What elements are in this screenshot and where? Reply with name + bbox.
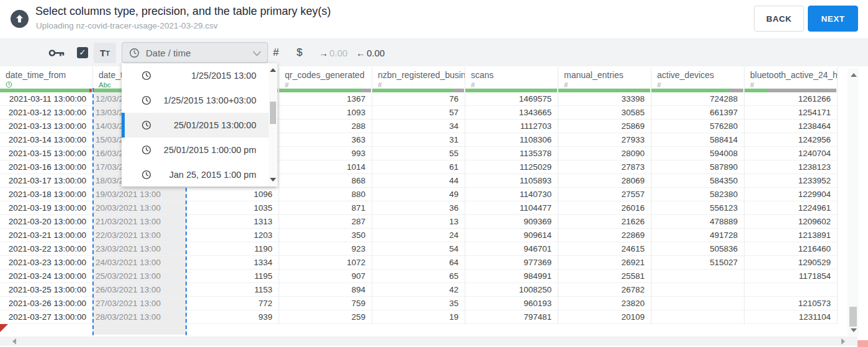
dropdown-scroll-up-icon[interactable] xyxy=(270,68,276,72)
table-cell[interactable]: 28069 xyxy=(558,174,651,188)
table-cell[interactable]: 661397 xyxy=(651,106,744,120)
table-cell[interactable]: 984991 xyxy=(465,270,558,283)
table-cell[interactable]: 22869 xyxy=(558,229,651,242)
table-cell[interactable]: 21/03/2021 13:00 xyxy=(93,215,186,229)
column-header[interactable]: nzbn_registered_busine xyxy=(378,70,465,80)
table-cell[interactable]: 42 xyxy=(372,283,465,297)
table-cell[interactable]: 1313 xyxy=(186,215,279,229)
table-cell[interactable]: 759 xyxy=(279,297,372,310)
table-cell[interactable]: 35 xyxy=(372,297,465,310)
table-cell[interactable]: 26016 xyxy=(558,201,651,215)
table-cell[interactable]: 23/03/2021 13:00 xyxy=(93,242,186,256)
table-cell[interactable]: 2021-03-12 13:00:00 xyxy=(0,106,92,120)
scroll-left-icon[interactable] xyxy=(12,338,16,345)
next-button[interactable]: NEXT xyxy=(808,6,858,32)
table-cell[interactable]: 30585 xyxy=(558,106,651,120)
table-cell[interactable]: 28090 xyxy=(558,147,651,160)
table-cell[interactable] xyxy=(651,270,744,283)
table-cell[interactable]: 34 xyxy=(372,120,465,133)
column-header[interactable]: qr_codes_generated xyxy=(285,70,364,80)
table-cell[interactable]: 588414 xyxy=(651,133,744,147)
decimal-decrease-button[interactable]: ←0.00 xyxy=(356,39,385,66)
table-cell[interactable]: 24/03/2021 13:00 xyxy=(93,256,186,270)
table-cell[interactable]: 1367 xyxy=(279,92,372,106)
dropdown-item[interactable]: 1/25/2015 13:00+03:00 xyxy=(122,88,277,113)
dropdown-scrollbar[interactable] xyxy=(269,63,277,187)
table-cell[interactable]: 2021-03-22 13:00:00 xyxy=(0,242,92,256)
text-type-button[interactable]: TT xyxy=(94,43,116,63)
table-cell[interactable]: 1035 xyxy=(186,201,279,215)
table-cell[interactable]: 22/03/2021 13:00 xyxy=(93,229,186,242)
table-cell[interactable]: 1290529 xyxy=(745,256,837,270)
table-cell[interactable]: 2021-03-17 13:00:00 xyxy=(0,174,92,188)
table-cell[interactable]: 1140730 xyxy=(465,188,558,201)
table-cell[interactable]: 287 xyxy=(279,215,372,229)
table-cell[interactable]: 2021-03-18 13:00:00 xyxy=(0,188,92,201)
column-active_devices[interactable]: active_devices#7242886613975762805884145… xyxy=(651,67,745,324)
table-cell[interactable]: 909614 xyxy=(465,229,558,242)
table-cell[interactable]: 20/03/2021 13:00 xyxy=(93,201,186,215)
table-cell[interactable]: 25869 xyxy=(558,120,651,133)
table-cell[interactable]: 1231104 xyxy=(745,310,837,324)
column-qr_codes_generated[interactable]: qr_codes_generated#136710932883639931014… xyxy=(279,67,372,324)
column-bluetooth_active_24_hr_[interactable]: bluetooth_active_24_hr_#1261266125417112… xyxy=(745,67,838,324)
table-cell[interactable]: 1213891 xyxy=(745,229,837,242)
table-cell[interactable]: 977369 xyxy=(465,256,558,270)
table-cell[interactable]: 1261266 xyxy=(745,92,837,106)
table-cell[interactable]: 259 xyxy=(279,310,372,324)
table-cell[interactable]: 868 xyxy=(279,174,372,188)
table-cell[interactable]: 27933 xyxy=(558,133,651,147)
column-scans[interactable]: scans#1469575134366511127031108306113537… xyxy=(465,67,558,324)
table-cell[interactable]: 515027 xyxy=(651,256,744,270)
table-cell[interactable]: 1093 xyxy=(279,106,372,120)
table-cell[interactable]: 2021-03-16 13:00:00 xyxy=(0,160,92,174)
table-cell[interactable]: 26782 xyxy=(558,283,651,297)
table-cell[interactable]: 25/03/2021 13:00 xyxy=(93,270,186,283)
table-cell[interactable]: 2021-03-24 13:00:00 xyxy=(0,270,92,283)
table-cell[interactable]: 19 xyxy=(372,310,465,324)
table-cell[interactable]: 27557 xyxy=(558,188,651,201)
table-cell[interactable]: 1229904 xyxy=(745,188,837,201)
table-cell[interactable]: 2021-03-27 13:00:00 xyxy=(0,310,92,324)
table-cell[interactable]: 2021-03-19 13:00:00 xyxy=(0,201,92,215)
table-cell[interactable]: 2021-03-25 13:00:00 xyxy=(0,283,92,297)
vertical-scrollbar-thumb[interactable] xyxy=(849,307,857,327)
currency-type-button[interactable]: $ xyxy=(297,39,302,66)
table-cell[interactable]: 1112703 xyxy=(465,120,558,133)
table-cell[interactable]: 1190 xyxy=(186,242,279,256)
table-cell[interactable]: 13 xyxy=(372,215,465,229)
table-cell[interactable]: 27/03/2021 13:00 xyxy=(93,297,186,310)
table-cell[interactable]: 1238464 xyxy=(745,120,837,133)
table-cell[interactable]: 871 xyxy=(279,201,372,215)
table-cell[interactable]: 1195 xyxy=(186,270,279,283)
table-cell[interactable]: 24 xyxy=(372,229,465,242)
table-cell[interactable]: 556123 xyxy=(651,201,744,215)
table-cell[interactable]: 2021-03-21 13:00:00 xyxy=(0,229,92,242)
table-cell[interactable]: 1203 xyxy=(186,229,279,242)
column-header[interactable]: scans xyxy=(471,70,494,80)
numeric-type-button[interactable]: # xyxy=(273,39,279,66)
table-cell[interactable]: 65 xyxy=(372,270,465,283)
decimal-increase-button[interactable]: →0.00 xyxy=(319,39,347,66)
table-cell[interactable]: 1209602 xyxy=(745,215,837,229)
table-cell[interactable]: 1233952 xyxy=(745,174,837,188)
table-cell[interactable]: 1096 xyxy=(186,188,279,201)
table-cell[interactable]: 907 xyxy=(279,270,372,283)
primary-key-icon[interactable] xyxy=(48,39,65,66)
table-cell[interactable]: 288 xyxy=(279,120,372,133)
table-cell[interactable]: 1072 xyxy=(279,256,372,270)
table-cell[interactable]: 1254171 xyxy=(745,106,837,120)
table-cell[interactable]: 49 xyxy=(372,188,465,201)
table-cell[interactable]: 1135378 xyxy=(465,147,558,160)
table-cell[interactable]: 2021-03-11 13:00:00 xyxy=(0,92,92,106)
table-cell[interactable]: 26/03/2021 13:00 xyxy=(93,283,186,297)
column-header[interactable]: manual_entries xyxy=(564,70,624,80)
table-cell[interactable]: 2021-03-20 13:00:00 xyxy=(0,215,92,229)
table-cell[interactable]: 1224961 xyxy=(745,201,837,215)
table-cell[interactable]: 33398 xyxy=(558,92,651,106)
table-cell[interactable]: 54 xyxy=(372,242,465,256)
table-cell[interactable]: 1125029 xyxy=(465,160,558,174)
column-header[interactable]: bluetooth_active_24_hr_ xyxy=(750,70,837,80)
table-cell[interactable]: 20109 xyxy=(558,310,651,324)
table-cell[interactable]: 491728 xyxy=(651,229,744,242)
